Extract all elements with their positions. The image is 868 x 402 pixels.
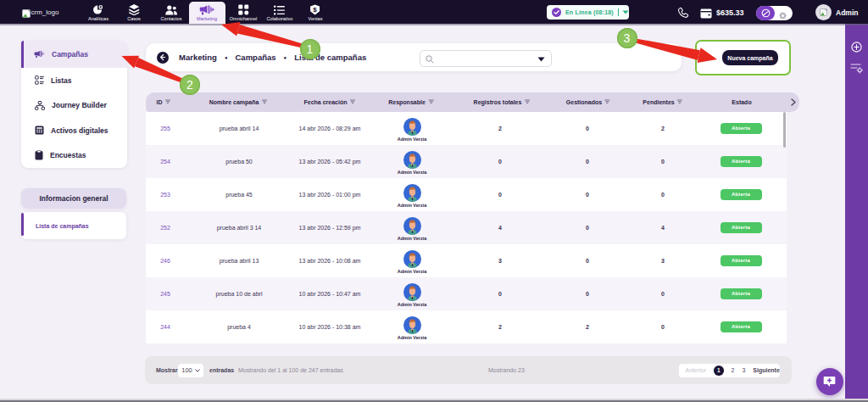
svg-text:$: $: [314, 6, 318, 14]
